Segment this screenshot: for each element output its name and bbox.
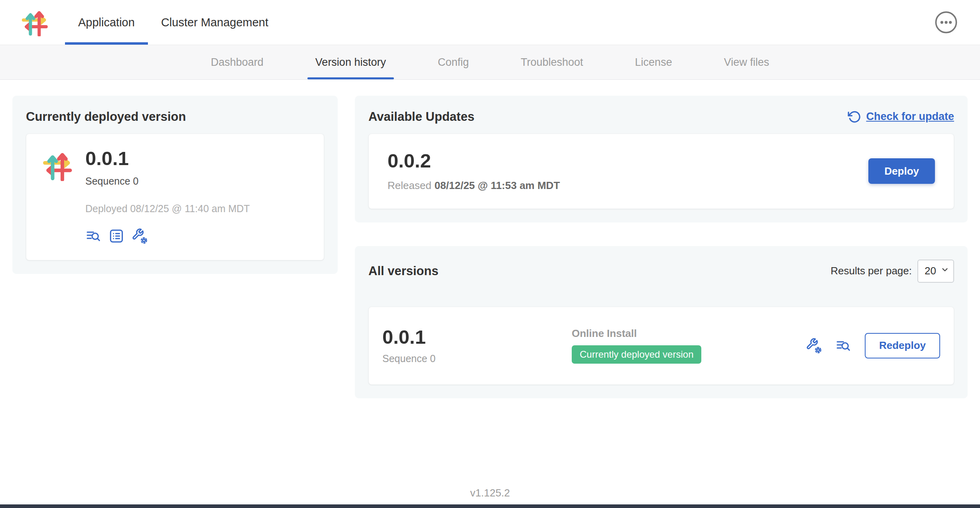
available-updates-card: Available Updates Check for update 0.0.2 xyxy=(355,96,968,222)
subnav-tab-license[interactable]: License xyxy=(627,45,680,79)
update-info: 0.0.2 Released08/12/25 @ 11:53 am MDT xyxy=(388,151,560,191)
results-per-page: Results per page: 20 xyxy=(830,260,954,283)
deployed-date: Deployed 08/12/25 @ 11:40 am MDT xyxy=(85,203,308,215)
all-versions-card: All versions Results per page: 20 xyxy=(355,246,968,398)
row-version-number: 0.0.1 xyxy=(382,327,572,347)
chevron-down-icon xyxy=(940,264,950,278)
main-content: Currently deployed version 0.0.1 Sequenc… xyxy=(0,80,980,398)
subnav-tab-dashboard[interactable]: Dashboard xyxy=(203,45,272,79)
update-row: 0.0.2 Released08/12/25 @ 11:53 am MDT De… xyxy=(368,134,954,209)
app-footer: v1.125.2 xyxy=(0,487,980,499)
deployed-actions xyxy=(85,228,308,244)
all-versions-header: All versions Results per page: 20 xyxy=(368,260,954,283)
update-version-number: 0.0.2 xyxy=(388,151,560,171)
subnav-tab-troubleshoot[interactable]: Troubleshoot xyxy=(513,45,591,79)
app-icon xyxy=(42,150,73,181)
all-versions-title: All versions xyxy=(368,264,439,278)
overflow-menu-button[interactable] xyxy=(935,11,958,34)
released-date: 08/12/25 @ 11:53 am MDT xyxy=(435,179,560,191)
deployed-sequence: Sequence 0 xyxy=(85,175,308,187)
config-icon[interactable] xyxy=(806,338,822,354)
console-version: v1.125.2 xyxy=(470,487,510,499)
app-header: Application Cluster Management xyxy=(0,0,980,45)
deploy-button[interactable]: Deploy xyxy=(868,158,935,184)
right-column: Available Updates Check for update 0.0.2 xyxy=(355,96,968,398)
currently-deployed-card: Currently deployed version 0.0.1 Sequenc… xyxy=(12,96,338,274)
update-released-line: Released08/12/25 @ 11:53 am MDT xyxy=(388,179,560,192)
results-per-page-value: 20 xyxy=(925,265,936,277)
refresh-icon xyxy=(848,110,861,124)
app-subnav: Dashboard Version history Config Trouble… xyxy=(0,45,980,80)
results-per-page-label: Results per page: xyxy=(830,265,912,277)
preflight-checks-icon[interactable] xyxy=(108,228,124,244)
tab-cluster-management[interactable]: Cluster Management xyxy=(148,0,281,45)
header-tabs: Application Cluster Management xyxy=(65,0,281,45)
row-sequence: Sequence 0 xyxy=(382,353,572,364)
released-label: Released xyxy=(388,179,431,191)
version-row-info: 0.0.1 Sequence 0 xyxy=(382,327,572,364)
currently-deployed-title: Currently deployed version xyxy=(26,109,324,124)
version-row-actions: Redeploy xyxy=(806,333,940,358)
available-updates-title: Available Updates xyxy=(368,109,474,124)
available-updates-header: Available Updates Check for update xyxy=(368,109,954,124)
deployed-version-panel: 0.0.1 Sequence 0 Deployed 08/12/25 @ 11:… xyxy=(26,134,324,260)
deployed-version-number: 0.0.1 xyxy=(85,148,308,169)
redeploy-button[interactable]: Redeploy xyxy=(865,333,940,358)
version-row-status: Online Install Currently deployed versio… xyxy=(572,327,701,364)
deployed-status-badge: Currently deployed version xyxy=(572,345,701,364)
release-notes-icon[interactable] xyxy=(835,338,851,354)
version-row: 0.0.1 Sequence 0 Online Install Currentl… xyxy=(368,307,954,385)
check-for-update-link[interactable]: Check for update xyxy=(848,110,954,124)
bottom-bar xyxy=(0,504,980,508)
tab-application[interactable]: Application xyxy=(65,0,148,45)
release-notes-icon[interactable] xyxy=(85,228,101,244)
config-icon[interactable] xyxy=(132,228,148,244)
check-for-update-label: Check for update xyxy=(866,110,954,123)
install-type-label: Online Install xyxy=(572,327,701,340)
subnav-tab-version-history[interactable]: Version history xyxy=(307,45,394,79)
results-per-page-select[interactable]: 20 xyxy=(917,260,954,283)
ellipsis-circle-icon xyxy=(935,28,958,35)
deployed-version-info: 0.0.1 Sequence 0 Deployed 08/12/25 @ 11:… xyxy=(85,148,308,244)
app-logo-icon xyxy=(21,8,49,36)
subnav-tab-view-files[interactable]: View files xyxy=(716,45,777,79)
subnav-tab-config[interactable]: Config xyxy=(430,45,477,79)
